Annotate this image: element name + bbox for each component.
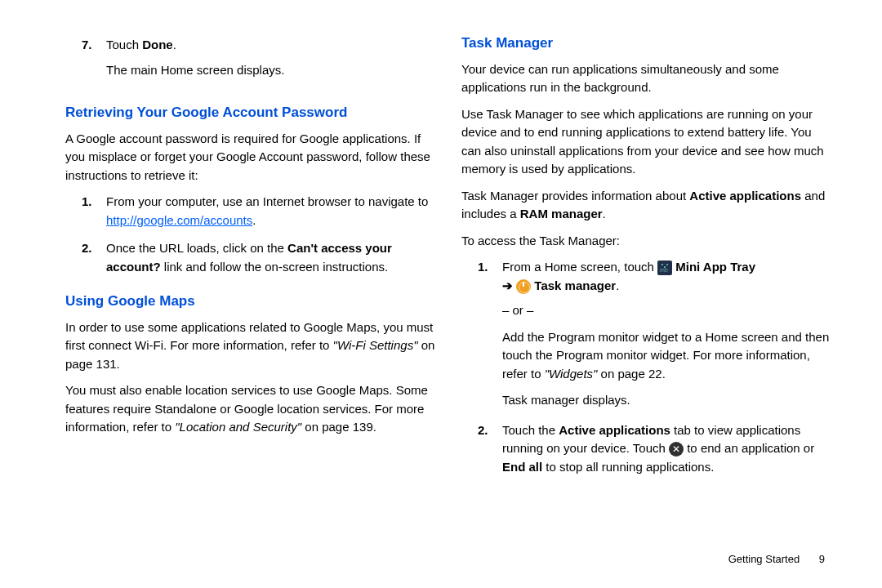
or-divider: – or –: [502, 301, 833, 320]
step-number: 2.: [478, 421, 502, 477]
text: on page 22.: [597, 367, 665, 381]
heading-google-maps: Using Google Maps: [65, 291, 437, 312]
google-accounts-link[interactable]: http://google.com/accounts: [106, 213, 252, 227]
bold-mini-app-tray: Mini App Tray: [675, 260, 755, 274]
task-access: To access the Task Manager:: [461, 232, 833, 251]
text: on page 139.: [301, 420, 376, 434]
footer-section: Getting Started: [728, 553, 800, 565]
task-step-1-alt: Add the Program monitor widget to a Home…: [502, 328, 833, 384]
heading-task-manager: Task Manager: [461, 33, 833, 54]
heading-retrieve-password: Retrieving Your Google Account Password: [65, 102, 437, 123]
text: .: [173, 38, 176, 51]
text: to end an application or: [687, 441, 814, 455]
maps-para-2: You must also enable location services t…: [65, 381, 437, 437]
step-number: 7.: [82, 36, 106, 87]
italic-widgets: "Widgets": [545, 367, 598, 381]
arrow-icon: ➔: [502, 278, 516, 292]
footer-page-number: 9: [819, 553, 825, 565]
bold-ram-manager: RAM manager: [520, 207, 603, 220]
text: Once the URL loads, click on the: [106, 241, 287, 255]
retrieve-step-1: 1. From your computer, use an Internet b…: [82, 193, 437, 229]
step-sub: The main Home screen displays.: [106, 61, 437, 80]
step-number: 2.: [82, 239, 106, 276]
text: From a Home screen, touch: [502, 260, 657, 274]
text: Touch the: [502, 423, 559, 437]
text: .: [616, 278, 619, 292]
bold-task-manager: Task manager: [534, 278, 616, 292]
mini-app-tray-icon: [657, 261, 672, 275]
maps-para-1: In order to use some applications relate…: [65, 318, 437, 374]
retrieve-intro: A Google account password is required fo…: [65, 130, 437, 185]
bold-active-apps: Active applications: [689, 189, 801, 203]
step-body: From your computer, use an Internet brow…: [106, 193, 437, 229]
task-para-3: Task Manager provides information about …: [461, 187, 833, 224]
step-body: Touch Done. The main Home screen display…: [106, 36, 437, 87]
retrieve-step-2: 2. Once the URL loads, click on the Can'…: [82, 239, 437, 276]
text: Task Manager provides information about: [461, 189, 689, 203]
bold-done: Done: [142, 38, 173, 51]
close-icon: ✕: [669, 442, 684, 457]
step-number: 1.: [478, 258, 502, 418]
step-7: 7. Touch Done. The main Home screen disp…: [82, 36, 437, 87]
left-column: 7. Touch Done. The main Home screen disp…: [65, 33, 437, 479]
task-displays: Task manager displays.: [502, 391, 833, 410]
task-step-1: 1. From a Home screen, touch Mini App Tr…: [478, 258, 833, 418]
text: From your computer, use an Internet brow…: [106, 194, 428, 208]
task-manager-icon: [516, 279, 531, 294]
text: Touch: [106, 38, 142, 51]
step-body: From a Home screen, touch Mini App Tray …: [502, 258, 833, 418]
step-body: Once the URL loads, click on the Can't a…: [106, 239, 437, 276]
page-footer: Getting Started 9: [728, 553, 825, 565]
text: link and follow the on-screen instructio…: [161, 260, 388, 274]
text: .: [603, 207, 606, 220]
bold-end-all: End all: [502, 460, 542, 474]
task-step-2: 2. Touch the Active applications tab to …: [478, 421, 833, 477]
task-para-1: Your device can run applications simulta…: [461, 60, 833, 97]
text: .: [252, 213, 256, 227]
right-column: Task Manager Your device can run applica…: [461, 33, 833, 479]
text: to stop all running applications.: [542, 460, 714, 474]
bold-active-apps-tab: Active applications: [559, 423, 670, 437]
italic-wifi-settings: "Wi-Fi Settings": [333, 338, 418, 352]
step-body: Touch the Active applications tab to vie…: [502, 421, 833, 477]
step-number: 1.: [82, 193, 106, 229]
task-para-2: Use Task Manager to see which applicatio…: [461, 105, 833, 179]
italic-location-security: "Location and Security": [175, 420, 301, 434]
